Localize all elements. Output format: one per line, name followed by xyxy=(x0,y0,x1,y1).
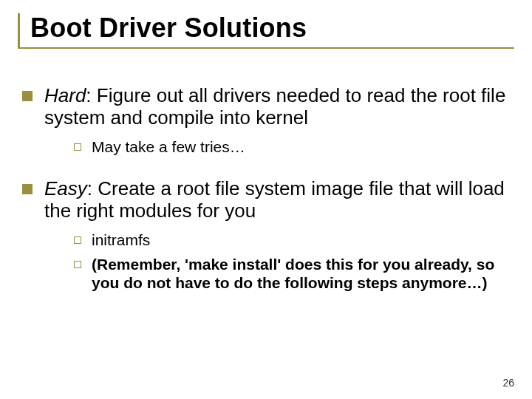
sub-bullet-list: initramfs (Remember, 'make install' does… xyxy=(74,231,510,292)
slide-body: Hard: Figure out all drivers needed to r… xyxy=(22,84,510,293)
sub-bullet-text: May take a few tries… xyxy=(92,138,510,157)
sub-bullet-list: May take a few tries… xyxy=(74,138,510,157)
bullet-rest: : Figure out all drivers needed to read … xyxy=(44,84,505,129)
bullet-rest: : Create a root file system image file t… xyxy=(44,177,505,222)
bullet-text: Hard: Figure out all drivers needed to r… xyxy=(44,84,510,129)
bullet-level2: initramfs xyxy=(74,231,510,250)
slide: Boot Driver Solutions Hard: Figure out a… xyxy=(0,0,532,399)
page-number: 26 xyxy=(502,377,514,389)
bullet-text: Easy: Create a root file system image fi… xyxy=(44,177,510,222)
sub-bullet-text: (Remember, 'make install' does this for … xyxy=(92,256,510,293)
hollow-square-bullet-icon xyxy=(74,236,81,244)
sub-bullet-text: initramfs xyxy=(92,231,510,250)
hollow-square-bullet-icon xyxy=(74,261,81,268)
bullet-lead: Easy xyxy=(44,177,87,200)
slide-title: Boot Driver Solutions xyxy=(30,13,514,43)
bullet-level2: May take a few tries… xyxy=(74,138,510,157)
bullet-level1: Easy: Create a root file system image fi… xyxy=(22,177,510,222)
bullet-level1: Hard: Figure out all drivers needed to r… xyxy=(22,84,510,129)
bullet-level2: (Remember, 'make install' does this for … xyxy=(74,256,510,293)
hollow-square-bullet-icon xyxy=(74,143,81,151)
square-bullet-icon xyxy=(22,91,33,101)
bullet-lead: Hard xyxy=(44,84,86,106)
title-rule: Boot Driver Solutions xyxy=(18,13,514,49)
square-bullet-icon xyxy=(22,184,33,194)
